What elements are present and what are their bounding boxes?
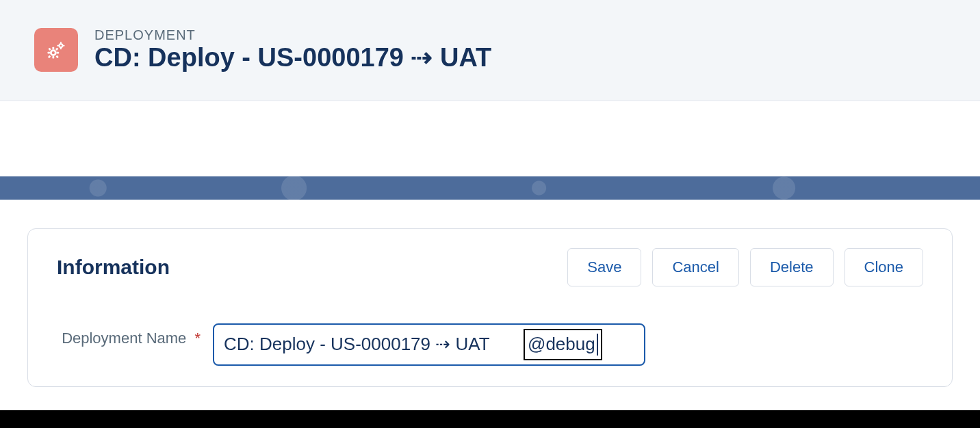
svg-rect-12 xyxy=(60,42,62,44)
deployment-gears-icon xyxy=(34,28,78,72)
blue-pattern-band xyxy=(0,176,980,200)
svg-rect-7 xyxy=(55,55,58,58)
ime-composition-overlay: @debug xyxy=(524,329,602,360)
section-header-row: Information Save Cancel Delete Clone xyxy=(57,248,923,286)
deployment-name-input-wrap[interactable]: @debug xyxy=(213,323,645,366)
bottom-black-bar xyxy=(0,410,980,428)
svg-rect-2 xyxy=(52,47,54,49)
save-button[interactable]: Save xyxy=(567,248,641,286)
svg-rect-4 xyxy=(48,52,50,54)
svg-rect-6 xyxy=(48,48,51,51)
svg-rect-15 xyxy=(63,45,65,46)
required-asterisk-icon: * xyxy=(194,330,201,347)
record-title: CD: Deploy - US-0000179 ⇢ UAT xyxy=(94,43,491,73)
header-text-block: DEPLOYMENT CD: Deploy - US-0000179 ⇢ UAT xyxy=(94,27,491,73)
svg-rect-14 xyxy=(57,45,59,46)
svg-point-11 xyxy=(60,45,62,47)
deployment-name-label-col: Deployment Name * xyxy=(57,323,201,349)
section-title: Information xyxy=(57,256,170,279)
ime-composition-text: @debug xyxy=(528,334,595,355)
svg-rect-9 xyxy=(48,55,51,58)
action-buttons: Save Cancel Delete Clone xyxy=(567,248,923,286)
delete-button[interactable]: Delete xyxy=(750,248,834,286)
svg-point-1 xyxy=(52,51,55,54)
detail-card: Information Save Cancel Delete Clone Dep… xyxy=(27,228,953,387)
deployment-name-row: Deployment Name * @debug xyxy=(57,323,923,366)
svg-rect-3 xyxy=(52,56,54,58)
white-band xyxy=(0,101,980,176)
object-label: DEPLOYMENT xyxy=(94,27,491,43)
record-header: DEPLOYMENT CD: Deploy - US-0000179 ⇢ UAT xyxy=(0,0,980,101)
svg-rect-5 xyxy=(57,52,59,54)
deployment-name-label: Deployment Name xyxy=(62,330,186,347)
svg-rect-8 xyxy=(55,48,58,51)
cancel-button[interactable]: Cancel xyxy=(652,248,738,286)
card-wrap: Information Save Cancel Delete Clone Dep… xyxy=(0,200,980,387)
clone-button[interactable]: Clone xyxy=(844,248,923,286)
text-caret-icon xyxy=(597,334,598,356)
svg-rect-13 xyxy=(60,48,62,50)
